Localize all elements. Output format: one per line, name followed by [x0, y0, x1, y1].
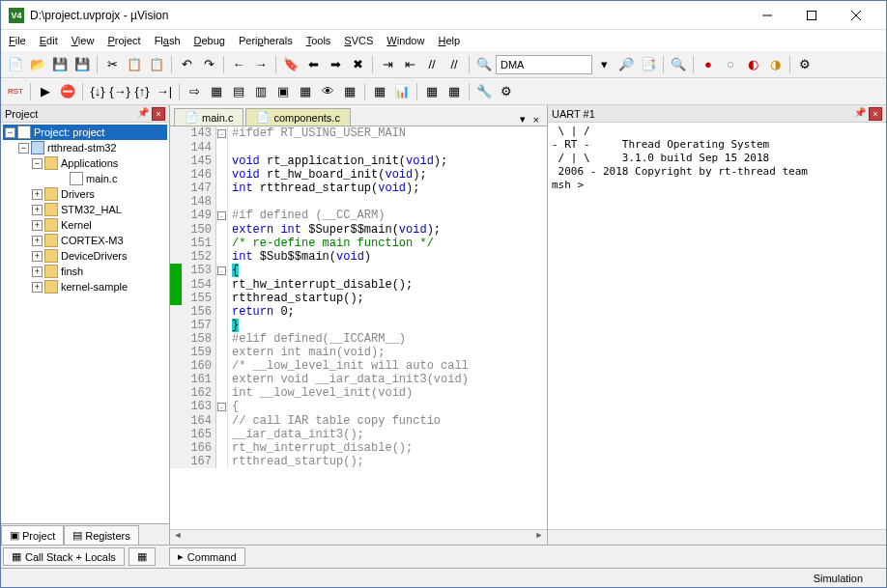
fold-gutter[interactable] — [216, 441, 228, 455]
pin-icon[interactable]: 📌 — [853, 107, 867, 121]
fold-gutter[interactable] — [216, 141, 228, 154]
breakpoint-gutter[interactable] — [170, 400, 182, 414]
code-line[interactable]: rtthread_startup(); — [228, 292, 547, 305]
find-files-icon[interactable]: 🔎 — [615, 54, 637, 75]
code-line[interactable]: int $Sub$$main(void) — [228, 250, 547, 264]
serial-icon[interactable]: ▦ — [369, 81, 390, 102]
menu-edit[interactable]: Edit — [40, 35, 58, 46]
tab-command[interactable]: ▸ Command — [169, 547, 245, 566]
outdent-icon[interactable]: ⇤ — [399, 54, 420, 75]
fold-gutter[interactable] — [216, 455, 228, 468]
breakpoint-gutter[interactable] — [170, 126, 182, 141]
system-icon[interactable]: ▦ — [444, 81, 465, 102]
editor-tab-components[interactable]: 📄components.c — [245, 108, 350, 126]
config-icon[interactable]: ⚙ — [794, 54, 815, 75]
breakpoint-gutter[interactable] — [170, 264, 182, 278]
tree-folder[interactable]: −Applications — [3, 155, 167, 171]
tree-folder[interactable]: +kernel-sample — [3, 279, 167, 294]
breakpoint-gutter[interactable] — [170, 195, 182, 209]
trace-icon[interactable]: ▦ — [421, 81, 443, 102]
fold-gutter[interactable] — [216, 168, 228, 182]
code-line[interactable]: extern void __iar_data_init3(void) — [228, 373, 547, 386]
tree-toggle-icon[interactable]: − — [5, 127, 15, 138]
panel-close-icon[interactable]: × — [152, 107, 165, 121]
breakpoint-gutter[interactable] — [170, 346, 182, 359]
code-line[interactable] — [228, 195, 547, 209]
dropdown-icon[interactable]: ▾ — [593, 54, 615, 75]
fold-gutter[interactable] — [216, 182, 228, 195]
code-editor[interactable]: 143-#ifdef RT_USING_USER_MAIN144145void … — [170, 126, 547, 529]
breakpoint-gutter[interactable] — [170, 319, 182, 332]
command-window-icon[interactable]: ▦ — [206, 81, 227, 102]
fold-gutter[interactable] — [216, 305, 228, 319]
resize-grip-icon[interactable] — [863, 571, 878, 586]
breakpoint-gutter[interactable] — [170, 292, 182, 305]
undo-icon[interactable]: ↶ — [176, 54, 197, 75]
code-line[interactable]: int rtthread_startup(void); — [228, 182, 547, 195]
fold-gutter[interactable] — [216, 292, 228, 305]
registers-icon[interactable]: ▣ — [272, 81, 294, 102]
code-line[interactable] — [228, 141, 547, 154]
breakpoint-gutter[interactable] — [170, 209, 182, 223]
tree-toggle-icon[interactable]: + — [32, 220, 43, 231]
menu-file[interactable]: File — [9, 35, 26, 46]
breakpoint-gutter[interactable] — [170, 386, 182, 400]
breakpoint-kill-icon[interactable]: ◑ — [764, 54, 786, 75]
run-to-cursor-icon[interactable]: →| — [154, 81, 175, 102]
fold-gutter[interactable] — [216, 346, 228, 359]
callstack-icon[interactable]: ▦ — [295, 81, 316, 102]
code-line[interactable]: rt_hw_interrupt_disable(); — [228, 441, 547, 455]
horizontal-scrollbar[interactable] — [170, 529, 547, 545]
step-out-icon[interactable]: {↑} — [131, 81, 153, 102]
tree-toggle-icon[interactable]: − — [18, 143, 29, 154]
project-tree[interactable]: − ▦ Project: project − rtthread-stm32 −A… — [1, 123, 169, 523]
code-line[interactable]: #elif defined(__ICCARM__) — [228, 332, 547, 346]
menu-window[interactable]: Window — [386, 35, 424, 46]
breakpoint-gutter[interactable] — [170, 278, 182, 292]
forward-icon[interactable]: → — [250, 54, 272, 75]
open-icon[interactable]: 📂 — [27, 54, 48, 75]
horizontal-scrollbar[interactable] — [548, 529, 886, 545]
fold-gutter[interactable] — [216, 359, 228, 373]
tab-project[interactable]: ▣ Project — [1, 525, 64, 545]
code-line[interactable]: void rt_application_init(void); — [228, 154, 547, 168]
code-line[interactable]: } — [228, 319, 547, 332]
breakpoint-gutter[interactable] — [170, 182, 182, 195]
code-line[interactable]: rt_hw_interrupt_disable(); — [228, 278, 547, 292]
breakpoint-gutter[interactable] — [170, 237, 182, 250]
menu-debug[interactable]: Debug — [194, 35, 225, 46]
run-icon[interactable]: ▶ — [35, 81, 56, 102]
fold-gutter[interactable] — [216, 414, 228, 428]
breakpoint-gutter[interactable] — [170, 168, 182, 182]
memory-icon[interactable]: ▦ — [339, 81, 360, 102]
breakpoint-insert-icon[interactable]: ● — [698, 54, 719, 75]
disassembly-icon[interactable]: ▤ — [228, 81, 249, 102]
breakpoint-gutter[interactable] — [170, 305, 182, 319]
step-icon[interactable]: {↓} — [87, 81, 108, 102]
tree-toggle-icon[interactable]: + — [32, 189, 43, 200]
code-line[interactable]: void rt_hw_board_init(void); — [228, 168, 547, 182]
fold-gutter[interactable] — [216, 319, 228, 332]
fold-gutter[interactable] — [216, 278, 228, 292]
bookmark-clear-icon[interactable]: ✖ — [347, 54, 368, 75]
find-icon[interactable]: 🔍 — [473, 54, 495, 75]
tab-close-icon[interactable]: × — [529, 114, 543, 126]
panel-close-icon[interactable]: × — [869, 107, 882, 121]
stop-icon[interactable]: ⛔ — [57, 81, 78, 102]
fold-gutter[interactable] — [216, 154, 228, 168]
breakpoint-gutter[interactable] — [170, 223, 182, 237]
bookmark-icon[interactable]: 🔖 — [280, 54, 301, 75]
fold-gutter[interactable] — [216, 373, 228, 386]
code-line[interactable]: rtthread_startup(); — [228, 455, 547, 468]
tree-folder[interactable]: +DeviceDrivers — [3, 248, 167, 264]
incremental-icon[interactable]: 📑 — [638, 54, 659, 75]
redo-icon[interactable]: ↷ — [198, 54, 219, 75]
show-next-icon[interactable]: ⇨ — [184, 81, 205, 102]
symbols-icon[interactable]: ▥ — [250, 81, 272, 102]
menu-flash[interactable]: Flash — [155, 35, 181, 46]
settings-icon[interactable]: ⚙ — [496, 81, 517, 102]
breakpoint-gutter[interactable] — [170, 373, 182, 386]
toolbox-icon[interactable]: 🔧 — [473, 81, 495, 102]
code-line[interactable]: #ifdef RT_USING_USER_MAIN — [228, 126, 547, 141]
saveall-icon[interactable]: 💾 — [72, 54, 93, 75]
